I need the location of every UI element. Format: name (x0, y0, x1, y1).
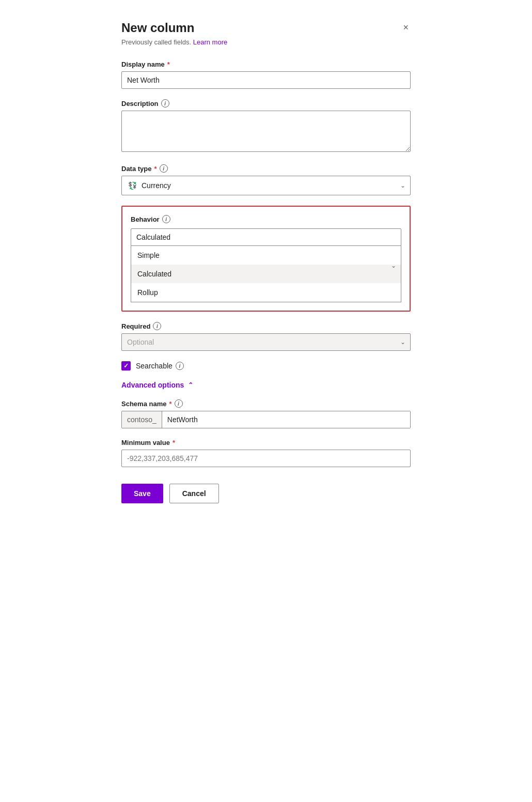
searchable-row: ✓ Searchable i (121, 361, 411, 371)
searchable-label: Searchable i (136, 362, 184, 370)
checkbox-checkmark: ✓ (123, 362, 129, 369)
advanced-options-chevron-icon: ⌃ (188, 381, 193, 389)
searchable-checkbox[interactable]: ✓ (121, 361, 131, 371)
display-name-label: Display name * (121, 60, 411, 68)
advanced-options-toggle[interactable]: Advanced options ⌃ (121, 381, 193, 389)
panel-subtitle: Previously called fields. Learn more (121, 38, 411, 46)
schema-name-label: Schema name * i (121, 399, 411, 408)
behavior-option-calculated[interactable]: Calculated (131, 265, 401, 283)
minimum-value-input[interactable] (121, 450, 411, 467)
required-field-group: Required i Optional ⌄ (121, 322, 411, 351)
close-button[interactable]: × (401, 21, 411, 34)
required-info-icon: i (153, 322, 161, 330)
behavior-option-rollup[interactable]: Rollup (131, 283, 401, 302)
minimum-value-required-star: * (173, 439, 175, 446)
schema-name-required-star: * (169, 400, 171, 408)
display-name-group: Display name * (121, 60, 411, 89)
footer-buttons: Save Cancel (121, 484, 411, 503)
data-type-info-icon: i (160, 164, 168, 173)
behavior-label: Behavior i (131, 215, 401, 223)
schema-prefix: contoso_ (122, 411, 162, 428)
schema-name-input[interactable] (162, 411, 410, 428)
behavior-select[interactable]: Calculated ⌄ (131, 228, 401, 246)
description-input[interactable] (121, 111, 411, 152)
panel-header: New column × (121, 21, 411, 35)
behavior-section: Behavior i Calculated ⌄ Simple Calculate… (121, 206, 411, 312)
data-type-select-wrapper: 💱 Currency ⌄ (121, 176, 411, 195)
required-field-label: Required i (121, 322, 411, 330)
panel-title: New column (121, 21, 194, 35)
schema-name-row: contoso_ (121, 411, 411, 428)
behavior-chevron-icon: ⌄ (391, 262, 396, 269)
minimum-value-group: Minimum value * (121, 439, 411, 467)
new-column-panel: New column × Previously called fields. L… (121, 21, 411, 503)
description-label: Description i (121, 99, 411, 107)
description-info-icon: i (161, 99, 169, 107)
behavior-info-icon: i (162, 215, 170, 223)
minimum-value-label: Minimum value * (121, 439, 411, 446)
required-select[interactable]: Optional (121, 333, 411, 351)
cancel-button[interactable]: Cancel (169, 484, 219, 503)
behavior-dropdown-list: Simple Calculated Rollup (131, 246, 401, 302)
schema-name-info-icon: i (175, 399, 183, 408)
required-select-wrapper: Optional ⌄ (121, 333, 411, 351)
description-group: Description i (121, 99, 411, 154)
schema-name-group: Schema name * i contoso_ (121, 399, 411, 428)
save-button[interactable]: Save (121, 484, 163, 503)
data-type-group: Data type * i 💱 Currency ⌄ (121, 164, 411, 195)
learn-more-link[interactable]: Learn more (193, 38, 227, 46)
data-type-select[interactable]: 💱 Currency (121, 176, 411, 195)
data-type-label: Data type * i (121, 164, 411, 173)
display-name-input[interactable] (121, 71, 411, 89)
behavior-select-wrapper: Calculated ⌄ Simple Calculated Rollup (131, 228, 401, 302)
required-star: * (167, 60, 170, 68)
currency-icon: 💱 (127, 180, 137, 191)
searchable-info-icon: i (176, 362, 184, 370)
data-type-required-star: * (154, 165, 157, 173)
behavior-option-simple[interactable]: Simple (131, 246, 401, 265)
